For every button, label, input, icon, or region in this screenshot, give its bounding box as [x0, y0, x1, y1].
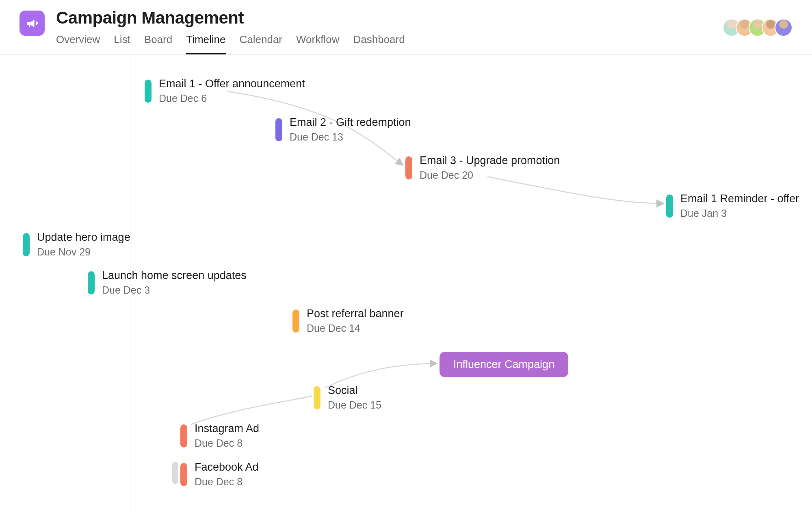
task-pill	[314, 386, 320, 409]
task-due: Due Dec 6	[159, 92, 305, 105]
timeline-task[interactable]: Update hero imageDue Nov 29	[23, 231, 130, 258]
tab-list[interactable]: List	[114, 33, 130, 54]
timeline-canvas[interactable]: Email 1 - Offer announcementDue Dec 6Ema…	[0, 55, 812, 512]
task-due: Due Dec 8	[195, 476, 259, 488]
task-pill	[145, 80, 152, 103]
timeline-task[interactable]: Launch home screen updatesDue Dec 3	[88, 269, 247, 296]
avatar[interactable]	[775, 19, 793, 37]
task-pill	[405, 156, 412, 180]
task-title: Email 1 Reminder - offer	[680, 192, 799, 206]
timeline-task[interactable]: Email 3 - Upgrade promotionDue Dec 20	[405, 154, 560, 182]
task-due: Due Jan 3	[680, 207, 799, 220]
tab-overview[interactable]: Overview	[56, 33, 100, 54]
project-icon	[19, 11, 45, 36]
tab-workflow[interactable]: Workflow	[296, 33, 339, 54]
task-due: Due Dec 13	[290, 131, 411, 143]
task-title: Instagram Ad	[195, 422, 259, 436]
project-header: Campaign Management Overview List Board …	[0, 0, 812, 55]
tab-board[interactable]: Board	[144, 33, 172, 54]
task-secondary-pill	[172, 462, 178, 484]
task-due: Due Dec 3	[102, 284, 247, 296]
timeline-task[interactable]: Instagram AdDue Dec 8	[180, 422, 259, 450]
tab-timeline[interactable]: Timeline	[186, 33, 225, 54]
timeline-task[interactable]: SocialDue Dec 15	[314, 384, 381, 411]
timeline-task[interactable]: Post referral bannerDue Dec 14	[292, 307, 404, 335]
task-title: Email 3 - Upgrade promotion	[420, 154, 560, 168]
member-avatars[interactable]	[723, 19, 796, 37]
task-title: Update hero image	[37, 231, 130, 244]
timeline-task[interactable]: Email 2 - Gift redemptionDue Dec 13	[275, 116, 411, 143]
task-pill	[666, 195, 673, 218]
task-title: Email 1 - Offer announcement	[159, 77, 305, 91]
timeline-task[interactable]: Email 1 - Offer announcementDue Dec 6	[145, 77, 305, 105]
timeline-gridline	[520, 55, 520, 512]
task-title: Post referral banner	[307, 307, 404, 321]
task-due: Due Dec 20	[420, 169, 560, 182]
timeline-task[interactable]: Email 1 Reminder - offerDue Jan 3	[666, 192, 799, 220]
task-due: Due Dec 15	[328, 399, 381, 411]
timeline-chip[interactable]: Influencer Campaign	[440, 352, 568, 377]
task-title: Facebook Ad	[195, 461, 259, 474]
task-due: Due Nov 29	[37, 246, 130, 258]
task-pill	[292, 309, 299, 333]
task-pill	[88, 271, 95, 294]
task-pill	[23, 233, 30, 256]
view-tabs: Overview List Board Timeline Calendar Wo…	[56, 33, 405, 54]
project-title: Campaign Management	[56, 8, 405, 28]
task-title: Launch home screen updates	[102, 269, 247, 283]
task-due: Due Dec 14	[307, 322, 404, 335]
task-pill	[180, 424, 187, 448]
task-pill	[275, 118, 282, 141]
task-title: Email 2 - Gift redemption	[290, 116, 411, 130]
timeline-gridline	[715, 55, 715, 512]
megaphone-icon	[25, 16, 39, 30]
task-pill	[180, 463, 187, 486]
task-due: Due Dec 8	[195, 437, 259, 450]
timeline-task[interactable]: Facebook AdDue Dec 8	[180, 461, 259, 488]
tab-dashboard[interactable]: Dashboard	[353, 33, 405, 54]
task-title: Social	[328, 384, 381, 398]
tab-calendar[interactable]: Calendar	[240, 33, 283, 54]
